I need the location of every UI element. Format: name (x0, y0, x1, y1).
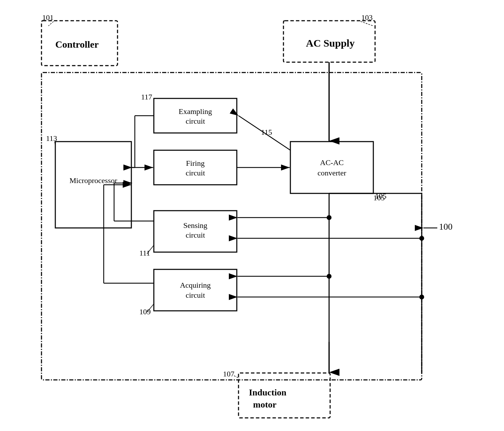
svg-point-31 (419, 236, 424, 241)
ac-ac-text2: converter (317, 169, 346, 177)
svg-point-39 (327, 274, 332, 279)
exampling-text1: Exampling (179, 107, 212, 116)
ac-supply-label: AC Supply (306, 37, 355, 49)
svg-point-29 (327, 215, 332, 220)
ref-100: 100 (439, 222, 452, 232)
svg-point-41 (419, 295, 424, 299)
ref-101: 101 (42, 13, 54, 22)
ref-113: 113 (46, 134, 57, 143)
svg-rect-0 (41, 21, 118, 66)
svg-line-1 (48, 21, 54, 26)
induction-motor-label: Induction (249, 387, 287, 398)
svg-line-47 (147, 304, 154, 312)
svg-rect-4 (41, 73, 422, 380)
acquiring-text1: Acquiring (180, 281, 211, 289)
diagram-container: Controller 101 AC Supply 103 100 Inducti… (21, 14, 480, 414)
svg-line-3 (361, 21, 373, 26)
svg-line-23 (239, 116, 290, 150)
svg-rect-13 (154, 211, 237, 252)
svg-rect-14 (154, 269, 237, 311)
svg-rect-6 (239, 373, 330, 418)
svg-rect-11 (154, 150, 237, 185)
ref-105-text: 105 (375, 192, 386, 200)
svg-rect-10 (154, 98, 237, 133)
induction-motor-label2: motor (253, 400, 277, 410)
firing-text1: Firing (186, 159, 205, 167)
diagram-svg: Controller 101 AC Supply 103 100 Inducti… (21, 14, 480, 414)
acquiring-text2: circuit (186, 291, 205, 299)
firing-text2: circuit (186, 169, 205, 177)
sensing-text2: circuit (186, 231, 205, 239)
ref-115: 115 (261, 128, 272, 136)
exampling-text2: circuit (186, 117, 205, 125)
ref-109: 109 (139, 307, 151, 316)
svg-line-9 (55, 142, 55, 145)
ref-105: 105 (373, 193, 385, 202)
ac-ac-text1: AC-AC (320, 158, 344, 167)
svg-line-7 (234, 376, 239, 378)
ref-111: 111 (139, 249, 150, 257)
ref-117: 117 (141, 93, 152, 101)
sensing-text1: Sensing (183, 221, 207, 230)
ref-103: 103 (361, 13, 373, 22)
microprocessor-text: Microprocessor (69, 176, 118, 185)
svg-rect-12 (290, 142, 373, 193)
svg-line-38 (147, 245, 154, 254)
svg-rect-2 (283, 21, 375, 62)
svg-rect-8 (55, 142, 131, 228)
controller-label: Controller (55, 39, 99, 50)
ref-107: 107 (223, 370, 234, 378)
